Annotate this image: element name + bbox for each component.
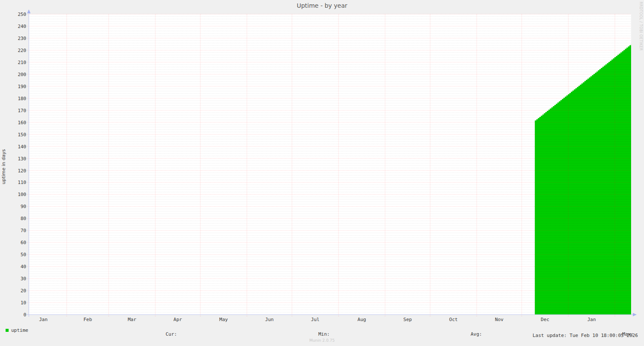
svg-text:160: 160 <box>18 120 26 126</box>
svg-text:Oct: Oct <box>449 317 458 322</box>
svg-text:May: May <box>219 317 228 322</box>
svg-text:Jan: Jan <box>587 317 596 322</box>
svg-text:Jun: Jun <box>265 317 274 322</box>
svg-text:140: 140 <box>18 144 26 150</box>
svg-text:60: 60 <box>21 240 26 245</box>
last-update-text: Last update: Tue Feb 10 18:00:05 2026 <box>533 333 638 338</box>
svg-text:190: 190 <box>18 84 26 89</box>
svg-text:100: 100 <box>18 192 26 197</box>
uptime-legend-swatch <box>6 329 9 332</box>
svg-text:30: 30 <box>21 276 26 282</box>
legend-row: uptime <box>6 328 28 333</box>
svg-text:180: 180 <box>18 96 26 101</box>
svg-text:230: 230 <box>18 36 26 41</box>
svg-text:250: 250 <box>18 12 26 17</box>
svg-text:40: 40 <box>21 264 26 269</box>
stat-avg-label: Avg: <box>471 332 488 337</box>
svg-text:220: 220 <box>18 48 26 53</box>
svg-text:90: 90 <box>21 204 26 209</box>
svg-text:50: 50 <box>21 252 26 257</box>
svg-text:Mar: Mar <box>128 317 136 322</box>
stat-cur-label: Cur: <box>166 332 183 337</box>
svg-text:120: 120 <box>18 168 26 174</box>
svg-text:Feb: Feb <box>83 317 92 322</box>
svg-text:210: 210 <box>18 60 26 65</box>
svg-text:Aug: Aug <box>357 317 366 322</box>
svg-text:Jan: Jan <box>39 317 48 322</box>
svg-text:80: 80 <box>21 216 26 221</box>
svg-text:240: 240 <box>18 24 26 29</box>
svg-text:130: 130 <box>18 156 26 162</box>
svg-text:Nov: Nov <box>495 317 504 322</box>
svg-text:170: 170 <box>18 108 26 113</box>
svg-text:Dec: Dec <box>541 317 549 322</box>
svg-text:200: 200 <box>18 72 26 77</box>
uptime-year-graph: Uptime - by year uptime in days 01020304… <box>0 0 644 346</box>
svg-text:10: 10 <box>21 300 26 306</box>
rrdtool-watermark: RRDTOOL / TOBI OETIKER <box>639 2 643 51</box>
svg-text:20: 20 <box>21 288 26 294</box>
uptime-legend-label: uptime <box>11 328 28 333</box>
svg-text:0: 0 <box>23 312 26 318</box>
stat-min-label: Min: <box>318 332 336 337</box>
svg-text:Sep: Sep <box>404 317 412 322</box>
svg-text:150: 150 <box>18 132 26 138</box>
svg-text:110: 110 <box>18 180 26 185</box>
munin-version-text: Munin 2.0.75 <box>0 338 644 343</box>
plot-area: 0102030405060708090100110120130140150160… <box>0 0 644 346</box>
svg-text:70: 70 <box>21 228 26 233</box>
